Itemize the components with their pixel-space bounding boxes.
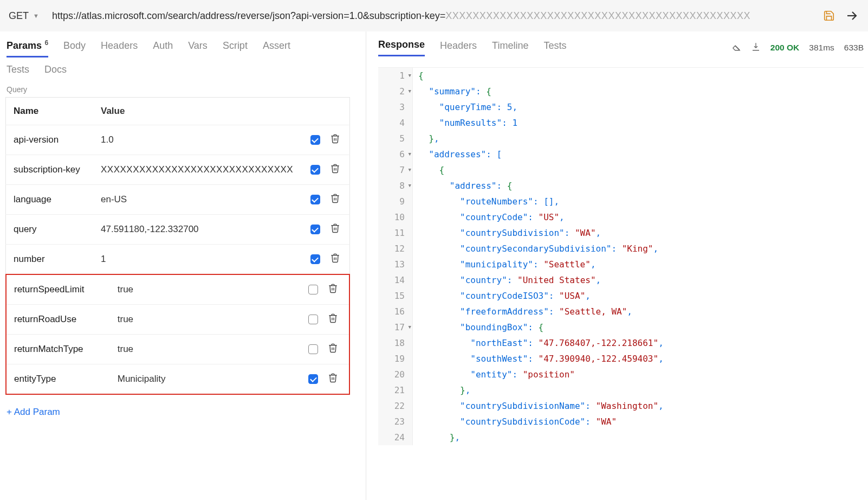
param-row: subscription-keyXXXXXXXXXXXXXXXXXXXXXXXX…	[6, 155, 350, 185]
trash-icon[interactable]	[328, 343, 338, 356]
add-param-button[interactable]: + Add Param	[4, 395, 60, 418]
response-tab-tests[interactable]: Tests	[543, 40, 566, 56]
param-value[interactable]: true	[110, 335, 297, 364]
tab-auth[interactable]: Auth	[153, 40, 173, 56]
save-icon[interactable]	[821, 8, 837, 23]
tab-headers[interactable]: Headers	[101, 40, 138, 56]
params-table: Name Value api-version1.0subscription-ke…	[5, 97, 350, 274]
param-value[interactable]: 47.591180,-122.332700	[93, 215, 301, 245]
param-row: entityTypeMunicipality	[6, 364, 349, 395]
param-row: languageen-US	[6, 185, 350, 215]
param-name[interactable]: entityType	[6, 364, 110, 395]
response-tab-timeline[interactable]: Timeline	[492, 40, 528, 56]
trash-icon[interactable]	[330, 163, 340, 176]
param-value[interactable]: en-US	[93, 185, 301, 215]
param-enabled-checkbox[interactable]	[310, 254, 320, 264]
param-enabled-checkbox[interactable]	[308, 344, 318, 354]
request-panel: Params 6BodyHeadersAuthVarsScriptAssert …	[0, 31, 366, 500]
tab-body[interactable]: Body	[63, 40, 86, 56]
param-value[interactable]: XXXXXXXXXXXXXXXXXXXXXXXXXXXXXX	[93, 155, 301, 185]
url-masked: XXXXXXXXXXXXXXXXXXXXXXXXXXXXXXXXXXXXXXXX…	[445, 10, 750, 21]
chevron-down-icon: ▼	[33, 12, 39, 19]
param-value[interactable]: 1.0	[93, 125, 301, 155]
param-enabled-checkbox[interactable]	[308, 285, 318, 294]
param-name[interactable]: returnSpeedLimit	[6, 274, 110, 305]
param-name[interactable]: number	[6, 245, 94, 274]
param-enabled-checkbox[interactable]	[310, 225, 320, 234]
param-value[interactable]: true	[110, 274, 297, 305]
url-bar: GET ▼ https://atlas.microsoft.com/search…	[0, 0, 868, 31]
query-section-label: Query	[4, 85, 361, 94]
download-icon[interactable]	[751, 42, 761, 54]
response-tab-response[interactable]: Response	[378, 39, 425, 56]
trash-icon[interactable]	[330, 133, 340, 146]
param-name[interactable]: returnRoadUse	[6, 305, 110, 335]
param-name[interactable]: query	[6, 215, 94, 245]
tab-params[interactable]: Params 6	[7, 39, 48, 57]
request-tabs-row2: TestsDocs	[4, 64, 361, 75]
response-meta: 200 OK 381ms 633B	[731, 42, 864, 54]
response-time: 381ms	[809, 43, 834, 53]
param-enabled-checkbox[interactable]	[308, 374, 318, 384]
trash-icon[interactable]	[330, 253, 340, 266]
trash-icon[interactable]	[328, 283, 338, 296]
trash-icon[interactable]	[328, 313, 338, 326]
param-value[interactable]: Municipality	[110, 364, 297, 395]
tab-assert[interactable]: Assert	[263, 40, 290, 56]
param-row: returnRoadUsetrue	[6, 305, 349, 335]
param-name[interactable]: language	[6, 185, 94, 215]
trash-icon[interactable]	[328, 373, 338, 386]
param-name[interactable]: subscription-key	[6, 155, 94, 185]
response-tabs: ResponseHeadersTimelineTests 200 OK 381m…	[378, 39, 864, 56]
param-row: returnMatchTypetrue	[6, 335, 349, 364]
param-enabled-checkbox[interactable]	[310, 195, 320, 204]
tab-script[interactable]: Script	[223, 40, 248, 56]
param-name[interactable]: api-version	[6, 125, 94, 155]
param-row: query47.591180,-122.332700	[6, 215, 350, 245]
send-arrow-icon[interactable]	[844, 8, 859, 23]
param-enabled-checkbox[interactable]	[310, 135, 320, 145]
url-input[interactable]: https://atlas.microsoft.com/search/addre…	[52, 10, 814, 22]
trash-icon[interactable]	[330, 223, 340, 236]
param-value[interactable]: 1	[93, 245, 301, 274]
http-method-select[interactable]: GET ▼	[9, 10, 44, 22]
http-method-label: GET	[9, 10, 29, 22]
params-header-value: Value	[93, 98, 301, 125]
response-status: 200 OK	[770, 43, 799, 53]
param-row: returnSpeedLimittrue	[6, 274, 349, 305]
response-tab-headers[interactable]: Headers	[440, 40, 477, 56]
clear-response-icon[interactable]	[731, 42, 741, 54]
response-size: 633B	[844, 43, 864, 53]
param-value[interactable]: true	[110, 305, 297, 335]
tab-tests[interactable]: Tests	[7, 64, 29, 75]
param-enabled-checkbox[interactable]	[308, 315, 318, 324]
params-header-name: Name	[6, 98, 94, 125]
response-panel: ResponseHeadersTimelineTests 200 OK 381m…	[366, 31, 868, 500]
param-enabled-checkbox[interactable]	[310, 165, 320, 175]
tab-docs[interactable]: Docs	[44, 64, 67, 75]
highlighted-params: returnSpeedLimittruereturnRoadUsetrueret…	[5, 274, 350, 395]
response-body[interactable]: 1▼{2▼ "summary": {3 "queryTime": 5,4 "nu…	[378, 67, 864, 500]
param-row: number1	[6, 245, 350, 274]
url-text: https://atlas.microsoft.com/search/addre…	[52, 10, 445, 21]
params-header-actions	[301, 98, 349, 125]
param-row: api-version1.0	[6, 125, 350, 155]
tab-vars[interactable]: Vars	[188, 40, 208, 56]
trash-icon[interactable]	[330, 193, 340, 206]
param-name[interactable]: returnMatchType	[6, 335, 110, 364]
request-tabs-row1: Params 6BodyHeadersAuthVarsScriptAssert	[4, 39, 361, 57]
